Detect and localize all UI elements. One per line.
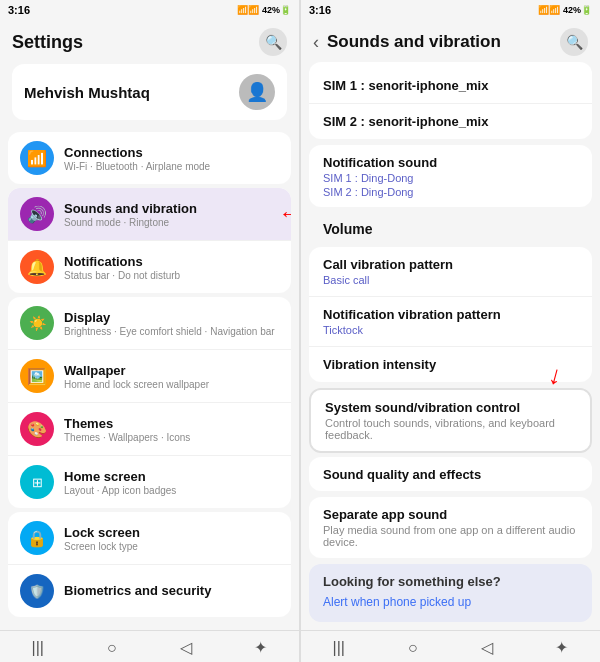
- left-status-bar: 3:16 📶📶 42%🔋: [0, 0, 299, 20]
- separate-app-label: Separate app sound: [323, 507, 578, 522]
- display-sub: Brightness · Eye comfort shield · Naviga…: [64, 326, 279, 337]
- right-nav-recents[interactable]: |||: [324, 639, 352, 657]
- settings-item-biometrics[interactable]: 🛡️ Biometrics and security: [8, 565, 291, 617]
- connections-sub: Wi-Fi · Bluetooth · Airplane mode: [64, 161, 279, 172]
- wallpaper-sub: Home and lock screen wallpaper: [64, 379, 279, 390]
- separate-app-section: Separate app sound Play media sound from…: [309, 497, 592, 558]
- notification-sound-section: Notification sound SIM 1 : Ding-Dong SIM…: [309, 145, 592, 208]
- vibration-intensity-label: Vibration intensity: [323, 357, 578, 372]
- biometrics-text: Biometrics and security: [64, 583, 279, 599]
- alert-link[interactable]: Alert when phone picked up: [323, 595, 578, 609]
- settings-item-connections[interactable]: 📶 Connections Wi-Fi · Bluetooth · Airpla…: [8, 132, 291, 184]
- themes-sub: Themes · Wallpapers · Icons: [64, 432, 279, 443]
- notification-sound-value: SIM 1 : Ding-Dong: [323, 172, 578, 184]
- call-vibration-item[interactable]: Call vibration pattern Basic call: [309, 247, 592, 297]
- settings-item-wallpaper[interactable]: 🖼️ Wallpaper Home and lock screen wallpa…: [8, 350, 291, 403]
- wallpaper-title: Wallpaper: [64, 363, 279, 378]
- right-search-button[interactable]: 🔍: [560, 28, 588, 56]
- right-nav-bar: ||| ○ ◁ ✦: [301, 630, 600, 662]
- nav-assist[interactable]: ✦: [246, 638, 275, 657]
- left-nav-bar: ||| ○ ◁ ✦: [0, 630, 299, 662]
- lockscreen-icon: 🔒: [20, 521, 54, 555]
- themes-icon: 🎨: [20, 412, 54, 446]
- left-time: 3:16: [8, 4, 30, 16]
- display-icon: ☀️: [20, 306, 54, 340]
- system-sound-label: System sound/vibration control: [325, 400, 576, 415]
- display-title: Display: [64, 310, 279, 325]
- right-header: ‹ Sounds and vibration 🔍: [301, 20, 600, 62]
- settings-group-lock: 🔒 Lock screen Screen lock type 🛡️ Biomet…: [8, 512, 291, 617]
- left-header-top: Settings 🔍: [12, 28, 287, 56]
- back-button[interactable]: ‹: [313, 32, 319, 53]
- sim1-ringtone[interactable]: SIM 1 : senorit-iphone_mix: [309, 68, 592, 104]
- sounds-text: Sounds and vibration Sound mode · Ringto…: [64, 201, 279, 228]
- settings-title: Settings: [12, 32, 83, 53]
- avatar: 👤: [239, 74, 275, 110]
- sim2-ringtone[interactable]: SIM 2 : senorit-iphone_mix: [309, 104, 592, 139]
- nav-back[interactable]: ◁: [172, 638, 200, 657]
- sound-quality-item[interactable]: Sound quality and effects: [309, 457, 592, 492]
- lockscreen-title: Lock screen: [64, 525, 279, 540]
- left-status-icons: 📶📶 42%🔋: [237, 5, 291, 15]
- settings-group-connections: 📶 Connections Wi-Fi · Bluetooth · Airpla…: [8, 132, 291, 184]
- homescreen-icon: ⊞: [20, 465, 54, 499]
- system-sound-item[interactable]: System sound/vibration control Control t…: [311, 390, 590, 451]
- notification-sound-label: Notification sound: [323, 155, 578, 170]
- homescreen-text: Home screen Layout · App icon badges: [64, 469, 279, 496]
- right-panel: 3:16 📶📶 42%🔋 ‹ Sounds and vibration 🔍 SI…: [300, 0, 600, 662]
- separate-app-desc: Play media sound from one app on a diffe…: [323, 524, 578, 548]
- sounds-sub: Sound mode · Ringtone: [64, 217, 279, 228]
- right-status-bar: 3:16 📶📶 42%🔋: [301, 0, 600, 20]
- system-sound-desc: Control touch sounds, vibrations, and ke…: [325, 417, 576, 441]
- search-button[interactable]: 🔍: [259, 28, 287, 56]
- looking-box: Looking for something else? Alert when p…: [309, 564, 592, 622]
- sounds-icon: 🔊: [20, 197, 54, 231]
- notif-vibration-value: Ticktock: [323, 324, 578, 336]
- settings-item-display[interactable]: ☀️ Display Brightness · Eye comfort shie…: [8, 297, 291, 350]
- notification-sound-item[interactable]: Notification sound SIM 1 : Ding-Dong SIM…: [309, 145, 592, 208]
- lockscreen-text: Lock screen Screen lock type: [64, 525, 279, 552]
- right-nav-home[interactable]: ○: [400, 639, 426, 657]
- wallpaper-icon: 🖼️: [20, 359, 54, 393]
- separate-app-item[interactable]: Separate app sound Play media sound from…: [309, 497, 592, 558]
- ringtone-section: SIM 1 : senorit-iphone_mix SIM 2 : senor…: [309, 62, 592, 139]
- homescreen-sub: Layout · App icon badges: [64, 485, 279, 496]
- biometrics-title: Biometrics and security: [64, 583, 279, 598]
- notifications-sub: Status bar · Do not disturb: [64, 270, 279, 281]
- sim2-label: SIM 2 : senorit-iphone_mix: [323, 114, 578, 129]
- left-panel: 3:16 📶📶 42%🔋 Settings 🔍 Mehvish Mushtaq …: [0, 0, 300, 662]
- call-vibration-label: Call vibration pattern: [323, 257, 578, 272]
- settings-item-themes[interactable]: 🎨 Themes Themes · Wallpapers · Icons: [8, 403, 291, 456]
- biometrics-icon: 🛡️: [20, 574, 54, 608]
- settings-group-sounds: 🔊 Sounds and vibration Sound mode · Ring…: [8, 188, 291, 293]
- nav-recents[interactable]: |||: [23, 639, 51, 657]
- system-sound-section: System sound/vibration control Control t…: [309, 388, 592, 453]
- right-nav-back[interactable]: ◁: [473, 638, 501, 657]
- settings-item-homescreen[interactable]: ⊞ Home screen Layout · App icon badges: [8, 456, 291, 508]
- right-content: SIM 1 : senorit-iphone_mix SIM 2 : senor…: [301, 62, 600, 630]
- call-vibration-value: Basic call: [323, 274, 578, 286]
- user-section[interactable]: Mehvish Mushtaq 👤: [12, 64, 287, 120]
- user-name: Mehvish Mushtaq: [24, 84, 150, 101]
- notifications-icon: 🔔: [20, 250, 54, 284]
- sound-quality-section: Sound quality and effects: [309, 457, 592, 492]
- connections-title: Connections: [64, 145, 279, 160]
- right-time: 3:16: [309, 4, 331, 16]
- nav-home[interactable]: ○: [99, 639, 125, 657]
- homescreen-title: Home screen: [64, 469, 279, 484]
- settings-item-sounds[interactable]: 🔊 Sounds and vibration Sound mode · Ring…: [8, 188, 291, 241]
- sound-quality-label: Sound quality and effects: [323, 467, 578, 482]
- notifications-title: Notifications: [64, 254, 279, 269]
- right-nav-assist[interactable]: ✦: [547, 638, 576, 657]
- display-text: Display Brightness · Eye comfort shield …: [64, 310, 279, 337]
- settings-item-lockscreen[interactable]: 🔒 Lock screen Screen lock type: [8, 512, 291, 565]
- connections-icon: 📶: [20, 141, 54, 175]
- notifications-text: Notifications Status bar · Do not distur…: [64, 254, 279, 281]
- right-title: Sounds and vibration: [327, 32, 552, 52]
- themes-text: Themes Themes · Wallpapers · Icons: [64, 416, 279, 443]
- right-status-icons: 📶📶 42%🔋: [538, 5, 592, 15]
- settings-item-notifications[interactable]: 🔔 Notifications Status bar · Do not dist…: [8, 241, 291, 293]
- notif-vibration-item[interactable]: Notification vibration pattern Ticktock: [309, 297, 592, 347]
- notif-vibration-label: Notification vibration pattern: [323, 307, 578, 322]
- connections-text: Connections Wi-Fi · Bluetooth · Airplane…: [64, 145, 279, 172]
